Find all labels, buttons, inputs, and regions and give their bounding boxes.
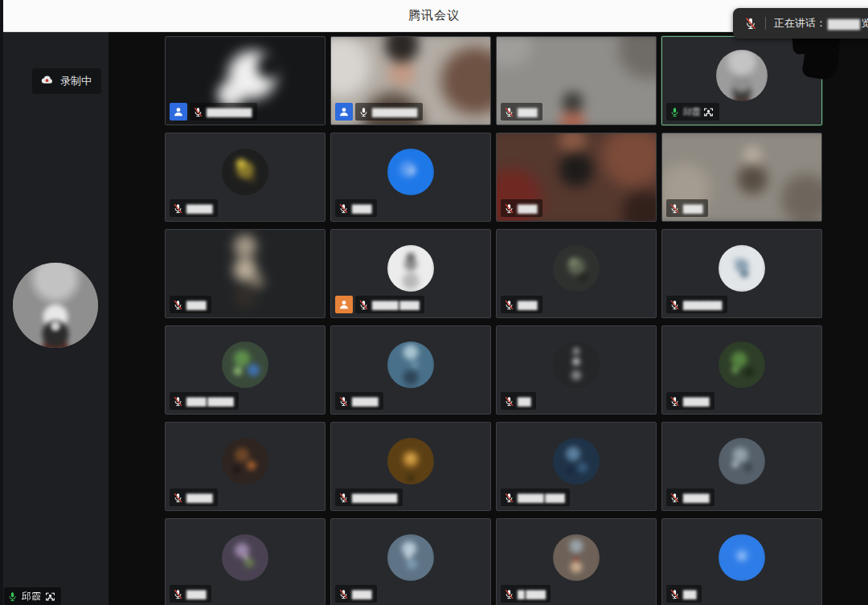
participant-tile[interactable]: ▇▇▇▇▇▇▇ bbox=[330, 422, 491, 511]
mic-muted-icon bbox=[669, 396, 680, 407]
tile-label-row: ▇▇▇▇ bbox=[666, 488, 714, 506]
recording-badge[interactable]: 录制中 bbox=[32, 68, 101, 94]
mic-muted-icon bbox=[338, 396, 349, 407]
self-name-pill: 邱霞 bbox=[4, 587, 61, 605]
tile-label-row: ▇▇▇▇ ▇▇▇ bbox=[335, 296, 424, 313]
participant-tile[interactable]: ▇▇▇ ▇▇▇▇ bbox=[165, 325, 326, 415]
participant-name: ▇▇▇ ▇▇▇▇ bbox=[186, 396, 233, 407]
participant-avatar bbox=[553, 341, 600, 388]
portrait-track-icon bbox=[703, 107, 714, 117]
self-mic-speaking-icon bbox=[7, 591, 18, 602]
participant-tile[interactable]: ▇▇ bbox=[496, 325, 657, 415]
participant-avatar bbox=[553, 438, 600, 484]
participant-name: ▇▇▇ bbox=[352, 203, 371, 214]
mic-muted-icon bbox=[504, 300, 514, 310]
mic-muted-icon bbox=[173, 203, 183, 214]
tile-label-row: ▇▇▇▇ bbox=[170, 488, 218, 506]
participant-avatar bbox=[716, 50, 768, 101]
participant-avatar bbox=[222, 149, 268, 195]
tile-label-row: ▇▇▇▇▇▇▇ bbox=[335, 488, 403, 506]
participant-avatar bbox=[387, 149, 434, 195]
participant-tile[interactable]: ▇▇▇▇▇▇▇ bbox=[165, 36, 326, 125]
participant-name: ▇▇▇ bbox=[352, 589, 371, 599]
speaking-toast: 正在讲话： ▇▇▇▇ 览 bbox=[733, 8, 868, 39]
mic-muted-icon bbox=[173, 300, 183, 310]
participant-name: ▇▇▇▇▇▇▇ bbox=[352, 493, 397, 503]
tile-label-row: ▇▇▇▇ bbox=[335, 392, 383, 410]
mic-muted-icon bbox=[669, 589, 680, 599]
participant-tile[interactable]: ▇▇▇ bbox=[165, 229, 326, 318]
participant-tile[interactable]: ▇▇▇▇▇▇▇ bbox=[330, 36, 491, 125]
tile-label-row: ▇▇▇▇▇▇ bbox=[666, 296, 727, 313]
name-pill: ▇▇▇▇▇▇ bbox=[666, 296, 727, 313]
participant-name: ▇▇▇ bbox=[186, 300, 206, 310]
tile-label-row: ▇▇ bbox=[501, 392, 536, 410]
toast-divider bbox=[765, 17, 766, 30]
self-avatar-image bbox=[13, 263, 98, 348]
mic-on-icon bbox=[358, 107, 369, 117]
tile-label-row: ▇▇▇ bbox=[170, 296, 211, 313]
participant-tile[interactable]: ▇ ▇▇▇ bbox=[496, 518, 657, 605]
participant-name: ▇▇▇ bbox=[683, 203, 702, 214]
name-pill: ▇▇▇ bbox=[170, 585, 211, 603]
participant-tile[interactable]: ▇▇▇▇ bbox=[165, 133, 326, 222]
mic-muted-icon bbox=[504, 493, 514, 503]
mic-speaking-icon bbox=[669, 107, 680, 117]
participant-name: ▇▇▇ bbox=[518, 300, 537, 310]
participant-tile[interactable]: ▇▇▇ bbox=[330, 133, 491, 222]
mic-muted-icon bbox=[669, 300, 680, 310]
participant-name: ▇▇ bbox=[518, 396, 530, 407]
name-pill: ▇▇▇ ▇▇▇▇ bbox=[170, 392, 239, 410]
mic-muted-icon bbox=[338, 493, 349, 503]
participant-avatar bbox=[719, 534, 765, 581]
participant-tile[interactable]: ▇▇▇▇ ▇▇▇ bbox=[330, 229, 491, 318]
participant-avatar bbox=[719, 438, 765, 484]
tile-label-row: ▇▇▇ bbox=[335, 585, 377, 603]
window-left-edge bbox=[0, 0, 3, 605]
mic-muted-icon bbox=[669, 493, 680, 503]
participant-tile[interactable]: ▇▇▇ bbox=[496, 229, 657, 318]
mic-muted-icon bbox=[173, 396, 183, 407]
participant-tile[interactable]: ▇▇▇▇ bbox=[661, 325, 822, 415]
participant-avatar bbox=[553, 534, 600, 581]
name-pill: ▇ ▇▇▇ bbox=[501, 585, 551, 603]
tile-label-row: ▇▇▇▇▇▇▇ bbox=[335, 103, 423, 121]
participant-avatar bbox=[387, 438, 434, 484]
participant-tile[interactable]: ▇▇▇▇ bbox=[165, 422, 326, 511]
blue-member-badge-icon bbox=[170, 103, 187, 121]
self-name: 邱霞 bbox=[22, 590, 41, 603]
cloud-record-icon bbox=[40, 73, 54, 90]
mic-muted-icon bbox=[173, 493, 183, 503]
recording-label: 录制中 bbox=[60, 74, 92, 88]
participant-avatar bbox=[553, 245, 600, 292]
participant-tile[interactable]: ▇▇ bbox=[661, 518, 822, 605]
tile-label-row: ▇▇▇▇ bbox=[170, 199, 218, 217]
participant-name: ▇▇▇▇ ▇▇▇ bbox=[518, 493, 564, 503]
participant-name: ▇▇▇▇ bbox=[186, 493, 212, 503]
self-video-thumbnail[interactable] bbox=[13, 263, 98, 348]
participant-tile[interactable]: ▇▇▇▇ bbox=[661, 422, 822, 511]
name-pill: ▇▇▇▇ bbox=[170, 199, 218, 217]
name-pill: ▇▇▇▇ bbox=[666, 488, 714, 506]
participant-name: ▇▇▇▇ ▇▇▇ bbox=[372, 300, 419, 310]
mic-muted-icon bbox=[338, 203, 349, 214]
participant-tile[interactable]: ▇▇▇▇ ▇▇▇ bbox=[496, 422, 657, 511]
name-pill: ▇▇▇▇▇▇▇ bbox=[335, 488, 403, 506]
participant-tile[interactable]: ▇▇▇ bbox=[496, 133, 657, 222]
tile-label-row: ▇▇ bbox=[666, 585, 702, 603]
tile-label-row: ▇▇▇ bbox=[501, 103, 542, 121]
participant-name: ▇▇▇▇ bbox=[352, 396, 378, 407]
tile-label-row: 邱霞 bbox=[666, 103, 719, 121]
participant-tile[interactable]: ▇▇▇ bbox=[165, 518, 326, 605]
participant-tile[interactable]: ▇▇▇ bbox=[496, 36, 657, 125]
participant-tile[interactable]: ▇▇▇ bbox=[661, 133, 822, 222]
participant-name: ▇▇▇ bbox=[186, 589, 206, 599]
participant-avatar bbox=[719, 341, 765, 388]
participant-tile[interactable]: ▇▇▇▇ bbox=[330, 325, 491, 415]
name-pill: ▇▇▇▇ bbox=[335, 392, 383, 410]
participant-tile[interactable]: ▇▇▇▇▇▇ bbox=[661, 229, 822, 318]
participant-tile[interactable]: ▇▇▇ bbox=[330, 518, 491, 605]
tile-label-row: ▇▇▇ bbox=[170, 585, 211, 603]
name-pill: ▇▇▇ bbox=[170, 296, 211, 313]
name-pill: ▇▇ bbox=[501, 392, 536, 410]
